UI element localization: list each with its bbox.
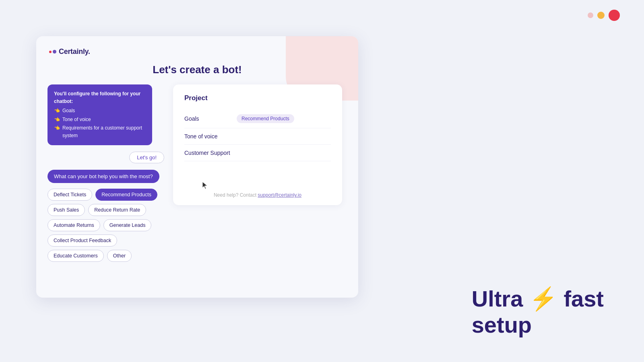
tagline-ultra: Ultra — [472, 286, 529, 311]
requirements-icon: 👈 — [54, 124, 60, 132]
logo: Certainly. — [49, 47, 90, 56]
project-tone-label: Tone of voice — [184, 133, 237, 140]
info-item-requirements-text: Requirements for a customer support syst… — [62, 124, 146, 140]
project-goals-value: Recommend Products — [237, 114, 294, 123]
dot-maximize[interactable] — [597, 12, 605, 19]
goals-icon: 👈 — [54, 107, 60, 115]
info-item-tone-text: Tone of voice — [62, 116, 91, 123]
dot-minimize[interactable] — [588, 12, 593, 18]
project-row-tone: Tone of voice — [184, 128, 331, 145]
project-panel: Project Goals Recommend Products Tone of… — [173, 84, 342, 205]
help-text: Need help? Contact support@certainly.io — [173, 192, 342, 198]
project-goals-label: Goals — [184, 115, 237, 122]
browser-window: Certainly. Let's create a bot! You'll co… — [36, 36, 358, 298]
choice-buttons: Deflect Tickets Recommend Products Push … — [47, 189, 164, 262]
project-row-support: Customer Support — [184, 145, 331, 161]
choice-push-sales[interactable]: Push Sales — [47, 204, 85, 216]
logo-text: Certainly. — [59, 47, 90, 56]
help-link[interactable]: support@certainly.io — [258, 192, 301, 198]
tagline-line1: Ultra ⚡ fast — [472, 286, 604, 312]
choice-deflect-tickets[interactable]: Deflect Tickets — [47, 189, 92, 201]
window-controls — [588, 10, 620, 21]
chat-section: You'll configure the following for your … — [47, 84, 164, 262]
info-item-requirements: 👈 Requirements for a customer support sy… — [54, 124, 146, 140]
logo-dot-red — [49, 51, 52, 53]
choice-automate-returns[interactable]: Automate Returns — [47, 219, 100, 231]
page-title: Let's create a bot! — [36, 64, 358, 76]
info-bubble: You'll configure the following for your … — [47, 84, 152, 145]
info-item-goals-text: Goals — [62, 107, 75, 115]
tone-icon: 👈 — [54, 116, 60, 123]
project-panel-title: Project — [184, 94, 331, 102]
choice-recommend-products[interactable]: Recommend Products — [95, 189, 157, 201]
tagline-line2: setup — [472, 312, 604, 338]
question-bubble: What can your bot help you with the most… — [47, 170, 159, 183]
lightning-icon: ⚡ — [529, 286, 557, 311]
choice-reduce-return-rate[interactable]: Reduce Return Rate — [88, 204, 146, 216]
choice-educate-customers[interactable]: Educate Customers — [47, 250, 104, 262]
help-prefix: Need help? Contact — [214, 192, 258, 198]
project-support-label: Customer Support — [184, 150, 237, 156]
choice-other[interactable]: Other — [107, 250, 132, 262]
choice-generate-leads[interactable]: Generate Leads — [103, 219, 152, 231]
choice-collect-feedback[interactable]: Collect Product Feedback — [47, 234, 117, 247]
tagline-fast: fast — [557, 286, 604, 311]
info-bubble-intro: You'll configure the following for your … — [54, 90, 146, 105]
logo-dot-purple — [53, 50, 56, 53]
tagline: Ultra ⚡ fast setup — [472, 286, 604, 338]
info-item-tone: 👈 Tone of voice — [54, 116, 146, 123]
dot-close[interactable] — [609, 10, 620, 21]
lets-go-button[interactable]: Let's go! — [129, 152, 164, 163]
project-row-goals: Goals Recommend Products — [184, 109, 331, 128]
logo-icon — [49, 50, 56, 53]
info-item-goals: 👈 Goals — [54, 107, 146, 115]
